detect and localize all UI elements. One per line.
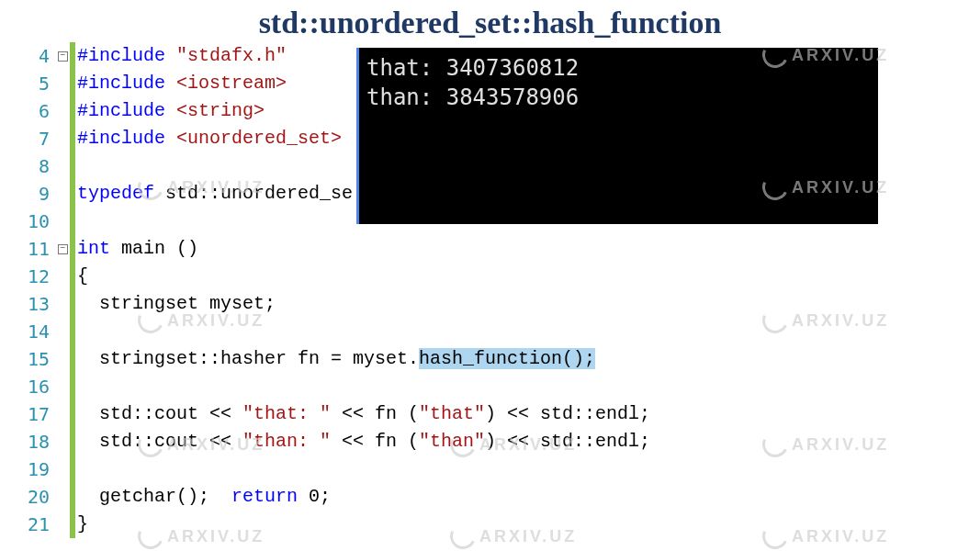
line-number: 5 xyxy=(17,70,55,97)
line-number: 17 xyxy=(17,400,55,428)
code-token[interactable]: return xyxy=(231,486,298,507)
code-text[interactable]: #include "stdafx.h" xyxy=(77,42,287,70)
line-number: 9 xyxy=(17,180,55,208)
code-text[interactable]: stringset::hasher fn = myset.hash_functi… xyxy=(77,345,595,373)
code-line[interactable]: 21} xyxy=(17,511,963,538)
code-token[interactable]: ) << std::endl; xyxy=(485,403,650,424)
change-bar xyxy=(70,208,75,235)
line-number: 7 xyxy=(17,125,55,152)
code-text[interactable]: #include <unordered_set> xyxy=(77,125,342,152)
line-number: 20 xyxy=(17,483,55,511)
code-token[interactable]: <unordered_set> xyxy=(176,128,342,149)
code-token[interactable]: std::unordered_se xyxy=(154,183,353,204)
code-token[interactable]: stringset::hasher fn = myset. xyxy=(77,348,419,369)
fold-gutter[interactable]: − xyxy=(55,51,70,62)
change-bar xyxy=(70,428,75,455)
code-text[interactable]: std::cout << "than: " << fn ("than") << … xyxy=(77,428,650,455)
line-number: 16 xyxy=(17,373,55,400)
code-token[interactable]: #include xyxy=(77,100,165,121)
code-token[interactable]: std::cout << xyxy=(77,431,242,452)
code-text[interactable]: } xyxy=(77,511,88,538)
code-token[interactable]: ) << std::endl; xyxy=(485,431,650,452)
line-number: 13 xyxy=(17,290,55,318)
code-line[interactable]: 17 std::cout << "that: " << fn ("that") … xyxy=(17,400,963,428)
code-token[interactable]: << fn ( xyxy=(331,431,419,452)
code-token[interactable]: getchar(); xyxy=(77,486,231,507)
change-bar xyxy=(70,373,75,400)
code-token[interactable]: "than: " xyxy=(242,431,331,452)
change-bar xyxy=(70,400,75,428)
code-token[interactable]: #include xyxy=(77,128,165,149)
code-token[interactable]: stringset myset; xyxy=(77,293,276,314)
change-bar xyxy=(70,483,75,511)
code-text[interactable]: typedef std::unordered_se xyxy=(77,180,353,208)
console-output: that: 3407360812 than: 3843578906 xyxy=(356,48,878,224)
change-bar xyxy=(70,42,75,70)
code-token[interactable]: "than" xyxy=(419,431,485,452)
code-token[interactable]: #include xyxy=(77,73,165,94)
code-line[interactable]: 15 stringset::hasher fn = myset.hash_fun… xyxy=(17,345,963,373)
code-text[interactable]: int main () xyxy=(77,235,198,263)
code-token[interactable]: <string> xyxy=(176,100,265,121)
code-token[interactable]: int xyxy=(77,238,110,259)
code-line[interactable]: 19 xyxy=(17,455,963,483)
change-bar xyxy=(70,345,75,373)
line-number: 4 xyxy=(17,42,55,70)
line-number: 12 xyxy=(17,263,55,290)
line-number: 8 xyxy=(17,152,55,180)
code-token[interactable]: std::cout << xyxy=(77,403,242,424)
change-bar xyxy=(70,180,75,208)
change-bar xyxy=(70,263,75,290)
code-text[interactable]: #include <iostream> xyxy=(77,70,287,97)
line-number: 21 xyxy=(17,511,55,538)
line-number: 14 xyxy=(17,318,55,345)
code-text[interactable]: #include <string> xyxy=(77,97,265,125)
page-title: std::unordered_set::hash_function xyxy=(0,6,980,40)
line-number: 19 xyxy=(17,455,55,483)
change-bar xyxy=(70,70,75,97)
code-token[interactable] xyxy=(165,100,176,121)
line-number: 15 xyxy=(17,345,55,373)
code-token[interactable]: #include xyxy=(77,45,165,66)
change-bar xyxy=(70,290,75,318)
code-token[interactable]: } xyxy=(77,513,88,534)
collapse-icon[interactable]: − xyxy=(58,51,68,62)
change-bar xyxy=(70,235,75,263)
collapse-icon[interactable]: − xyxy=(58,244,68,254)
code-line[interactable]: 20 getchar(); return 0; xyxy=(17,483,963,511)
code-text[interactable]: stringset myset; xyxy=(77,290,276,318)
line-number: 11 xyxy=(17,235,55,263)
line-number: 6 xyxy=(17,97,55,125)
change-bar xyxy=(70,152,75,180)
change-bar xyxy=(70,318,75,345)
code-line[interactable]: 11−int main () xyxy=(17,235,963,263)
code-token[interactable]: << fn ( xyxy=(331,403,419,424)
code-token[interactable]: 0; xyxy=(298,486,331,507)
code-line[interactable]: 12{ xyxy=(17,263,963,290)
line-number: 10 xyxy=(17,208,55,235)
code-line[interactable]: 14 xyxy=(17,318,963,345)
code-line[interactable]: 13 stringset myset; xyxy=(17,290,963,318)
code-text[interactable]: std::cout << "that: " << fn ("that") << … xyxy=(77,400,650,428)
code-token[interactable]: "that: " xyxy=(242,403,331,424)
code-token[interactable]: { xyxy=(77,265,88,287)
code-line[interactable]: 18 std::cout << "than: " << fn ("than") … xyxy=(17,428,963,455)
code-line[interactable]: 16 xyxy=(17,373,963,400)
code-text[interactable]: getchar(); return 0; xyxy=(77,483,331,511)
change-bar xyxy=(70,455,75,483)
fold-gutter[interactable]: − xyxy=(55,244,70,254)
code-token[interactable] xyxy=(165,128,176,149)
code-token[interactable] xyxy=(165,45,176,66)
code-token[interactable]: main () xyxy=(110,238,198,259)
code-token[interactable]: typedef xyxy=(77,183,154,204)
line-number: 18 xyxy=(17,428,55,455)
code-token[interactable]: "stdafx.h" xyxy=(176,45,287,66)
code-token[interactable]: <iostream> xyxy=(176,73,287,94)
code-token[interactable]: "that" xyxy=(419,403,485,424)
code-token[interactable]: hash_function(); xyxy=(419,348,595,369)
code-text[interactable]: { xyxy=(77,263,88,290)
code-token[interactable] xyxy=(165,73,176,94)
change-bar xyxy=(70,125,75,152)
change-bar xyxy=(70,511,75,538)
change-bar xyxy=(70,97,75,125)
